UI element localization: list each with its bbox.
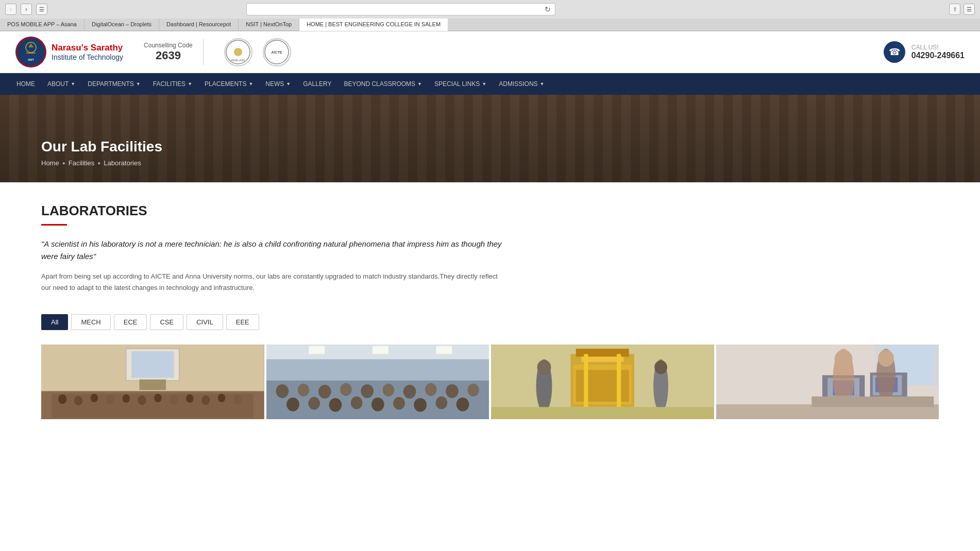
- svg-point-36: [276, 384, 289, 398]
- gallery-image-2: [491, 345, 714, 419]
- url-input[interactable]: nsit.edu.in: [251, 6, 542, 13]
- breadcrumb-home[interactable]: Home: [41, 159, 59, 167]
- browser-tabs: POS MOBILE APP – Asana DigitalOcean – Dr…: [0, 19, 980, 31]
- breadcrumb-sep-2: ●: [97, 160, 100, 166]
- nav-admissions[interactable]: ADMISSIONS ▼: [493, 73, 550, 95]
- svg-point-41: [382, 384, 394, 397]
- svg-point-67: [654, 360, 667, 374]
- svg-point-22: [138, 395, 146, 405]
- college-logo: NSIT: [15, 37, 46, 67]
- beyond-arrow: ▼: [417, 81, 422, 87]
- tab-3[interactable]: NSIT | NextOnTop: [239, 19, 299, 30]
- svg-point-6: [234, 48, 242, 56]
- svg-point-82: [878, 350, 894, 367]
- tab-2[interactable]: Dashboard | Resourcepot: [159, 19, 239, 30]
- svg-point-50: [371, 398, 384, 411]
- bookmarks-button[interactable]: ☰: [964, 4, 975, 15]
- gallery-image-3: [716, 345, 939, 419]
- hero-content: Our Lab Facilities Home ● Facilities ● L…: [0, 139, 204, 167]
- nav-news[interactable]: NEWS ▼: [259, 73, 297, 95]
- nav-facilities[interactable]: FACILITIES ▼: [147, 73, 198, 95]
- special-links-arrow: ▼: [482, 81, 486, 87]
- filter-ece[interactable]: ECE: [114, 314, 147, 330]
- admissions-arrow: ▼: [540, 81, 545, 87]
- call-us-section: ☎ CALL US! 04290-249661: [884, 41, 965, 63]
- gallery-image-1: [266, 345, 489, 419]
- svg-text:ANNA UNIV: ANNA UNIV: [231, 59, 246, 62]
- aicte-logo: AICTE: [263, 38, 291, 66]
- nav-about[interactable]: ABOUT ▼: [41, 73, 81, 95]
- filter-eee[interactable]: EEE: [226, 314, 259, 330]
- tab-4[interactable]: HOME | BEST ENGINEERING COLLEGE IN SALEM: [299, 19, 448, 31]
- share-button[interactable]: ⇧: [949, 4, 960, 15]
- call-us-label: CALL US!: [911, 44, 965, 51]
- breadcrumb-facilities[interactable]: Facilities: [69, 159, 95, 167]
- filter-cse[interactable]: CSE: [150, 314, 183, 330]
- breadcrumb-current: Laboratories: [104, 159, 141, 167]
- svg-point-43: [425, 383, 436, 396]
- gallery-item-2[interactable]: [491, 345, 714, 419]
- breadcrumb-sep-1: ●: [62, 160, 65, 166]
- tab-0[interactable]: POS MOBILE APP – Asana: [0, 19, 85, 30]
- filter-civil[interactable]: CIVIL: [187, 314, 223, 330]
- svg-point-49: [350, 397, 362, 409]
- nav-special-links[interactable]: SPECIAL LINKS ▼: [428, 73, 493, 95]
- gallery-item-3[interactable]: [716, 345, 939, 419]
- address-bar[interactable]: nsit.edu.in ↻: [246, 3, 555, 15]
- svg-point-20: [106, 395, 114, 405]
- svg-point-26: [201, 395, 210, 405]
- svg-point-44: [446, 384, 459, 398]
- anna-univ-logo: ANNA UNIV: [224, 38, 252, 66]
- svg-point-45: [467, 384, 479, 397]
- svg-rect-68: [491, 407, 714, 420]
- reader-view-button[interactable]: ☰: [36, 4, 47, 15]
- nav-beyond-classrooms[interactable]: BEYOND CLASSROOMS ▼: [337, 73, 428, 95]
- svg-point-48: [329, 398, 342, 412]
- filter-mech[interactable]: MECH: [71, 314, 110, 330]
- title-underline: [41, 224, 67, 226]
- svg-point-54: [456, 398, 469, 411]
- svg-point-24: [170, 395, 178, 405]
- nav-departments[interactable]: DEPARTMENTS ▼: [81, 73, 147, 95]
- nav-gallery[interactable]: GALLERY: [297, 73, 337, 95]
- reload-button[interactable]: ↻: [545, 5, 551, 13]
- browser-actions: ⇧ ☰: [949, 4, 975, 15]
- hero-title: Our Lab Facilities: [41, 139, 162, 155]
- svg-rect-3: [26, 53, 36, 54]
- svg-point-53: [435, 397, 447, 409]
- svg-point-21: [123, 394, 130, 403]
- svg-point-25: [186, 394, 193, 403]
- svg-rect-84: [812, 397, 934, 407]
- back-button[interactable]: ‹: [5, 4, 16, 15]
- nav-placements[interactable]: PLACEMENTS ▼: [198, 73, 259, 95]
- svg-point-46: [286, 398, 299, 411]
- counselling-label: Counselling Code: [144, 42, 193, 49]
- svg-point-17: [58, 394, 66, 404]
- hero-banner: Our Lab Facilities Home ● Facilities ● L…: [0, 95, 980, 182]
- svg-point-52: [414, 398, 427, 412]
- svg-point-51: [393, 397, 405, 410]
- svg-point-37: [297, 384, 309, 397]
- tab-1[interactable]: DigitalOcean – Droplets: [85, 19, 159, 30]
- header-logos: ANNA UNIV AICTE: [224, 38, 291, 66]
- svg-rect-31: [309, 346, 325, 354]
- filter-row: All MECH ECE CSE CIVIL EEE: [41, 314, 939, 330]
- gallery-item-1[interactable]: [266, 345, 489, 419]
- call-text-block: CALL US! 04290-249661: [911, 44, 965, 60]
- svg-point-38: [318, 385, 331, 399]
- svg-text:AICTE: AICTE: [272, 50, 282, 54]
- nav-home[interactable]: HOME: [10, 73, 41, 95]
- description-text: Apart from being set up according to AIC…: [41, 271, 505, 294]
- quote-text: "A scientist in his laboratory is not a …: [41, 238, 505, 263]
- forward-button[interactable]: ›: [21, 4, 32, 15]
- divider: [203, 39, 204, 65]
- counselling-number: 2639: [144, 49, 193, 62]
- svg-rect-63: [617, 354, 621, 407]
- gallery-item-0[interactable]: [41, 345, 264, 419]
- main-nav: HOME ABOUT ▼ DEPARTMENTS ▼ FACILITIES ▼ …: [0, 73, 980, 95]
- news-arrow: ▼: [286, 81, 291, 87]
- breadcrumb: Home ● Facilities ● Laboratories: [41, 159, 162, 167]
- filter-all[interactable]: All: [41, 314, 68, 330]
- departments-arrow: ▼: [136, 81, 141, 87]
- svg-point-28: [233, 395, 242, 405]
